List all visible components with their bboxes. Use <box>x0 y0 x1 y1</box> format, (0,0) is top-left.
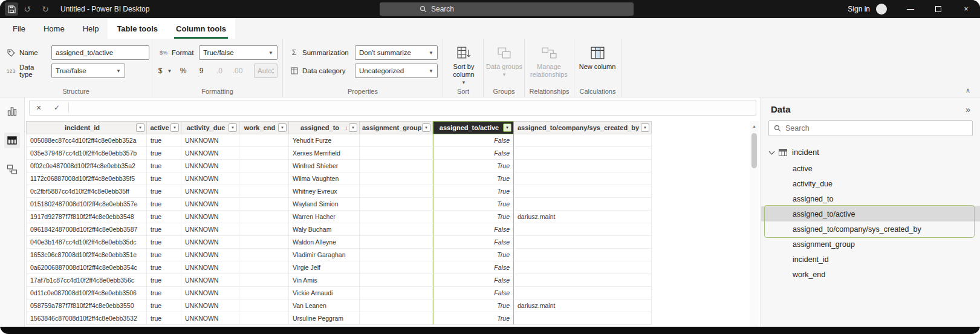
cell-assigned_to/company/sys_created_by[interactable] <box>514 312 652 325</box>
cell-assigned_to/active[interactable]: True <box>433 300 514 312</box>
cell-work_end[interactable] <box>239 287 289 300</box>
cell-assigned_to/active[interactable]: True <box>433 249 514 261</box>
column-header-activity_due[interactable]: activity_due▼ <box>181 121 239 134</box>
cell-work_end[interactable] <box>239 134 289 147</box>
cell-assigned_to[interactable]: Vickie Arnaudi <box>289 287 360 300</box>
cell-assignment_group[interactable] <box>360 147 433 160</box>
cell-assigned_to/active[interactable]: False <box>433 261 514 274</box>
cell-assigned_to/company/sys_created_by[interactable] <box>514 236 652 249</box>
cell-activity_due[interactable]: UNKNOWN <box>181 147 239 160</box>
cell-incident_id[interactable]: 040e3b1487cc4d10f2ff4c8e0ebb35dc <box>26 236 147 249</box>
cell-assigned_to[interactable]: Waly Bucham <box>289 223 360 236</box>
cell-assignment_group[interactable] <box>360 160 433 172</box>
cell-assigned_to/active[interactable]: True <box>433 211 514 223</box>
cell-assigned_to/active[interactable]: True <box>433 172 514 185</box>
cell-incident_id[interactable]: 1563846c87008d10f2ff4c8e0ebb3532 <box>26 312 147 325</box>
cancel-formula-button[interactable]: × <box>30 100 48 115</box>
cell-incident_id[interactable]: 1653c06c87008d10f2ff4c8e0ebb351e <box>26 249 147 261</box>
cell-assigned_to/active[interactable]: False <box>433 236 514 249</box>
cell-active[interactable]: true <box>147 300 181 312</box>
cell-work_end[interactable] <box>239 185 289 198</box>
cell-assigned_to[interactable]: Van Leanen <box>289 300 360 312</box>
cell-assigned_to[interactable]: Winfred Shieber <box>289 160 360 172</box>
field-assigned_to[interactable]: assigned_to <box>761 191 980 206</box>
cell-incident_id[interactable]: 0f02c0e487008d10f2ff4c8e0ebb35a2 <box>26 160 147 172</box>
cell-work_end[interactable] <box>239 198 289 211</box>
vertical-scrollbar[interactable]: ▲ <box>750 121 759 327</box>
cell-assignment_group[interactable] <box>360 300 433 312</box>
cell-active[interactable]: true <box>147 274 181 287</box>
cell-assignment_group[interactable] <box>360 261 433 274</box>
cell-work_end[interactable] <box>239 236 289 249</box>
cell-active[interactable]: true <box>147 236 181 249</box>
tab-column-tools[interactable]: Column tools <box>167 18 235 39</box>
cell-activity_due[interactable]: UNKNOWN <box>181 198 239 211</box>
cell-assignment_group[interactable] <box>360 185 433 198</box>
formula-input[interactable] <box>71 103 756 112</box>
cell-work_end[interactable] <box>239 312 289 325</box>
summarization-dropdown[interactable]: Don't summarize ▼ <box>355 45 438 60</box>
cell-work_end[interactable] <box>239 300 289 312</box>
cell-assigned_to/active[interactable]: False <box>433 147 514 160</box>
data-category-dropdown[interactable]: Uncategorized ▼ <box>355 64 438 78</box>
cell-activity_due[interactable]: UNKNOWN <box>181 160 239 172</box>
cell-assigned_to/company/sys_created_by[interactable] <box>514 198 652 211</box>
minimize-button[interactable]: — <box>897 0 924 18</box>
avatar[interactable] <box>876 4 887 15</box>
cell-assigned_to/active[interactable]: False <box>433 287 514 300</box>
cell-active[interactable]: true <box>147 312 181 325</box>
column-header-work_end[interactable]: work_end▼ <box>239 121 289 134</box>
cell-assigned_to[interactable]: Ursuline Peggram <box>289 312 360 325</box>
data-groups-button[interactable]: Data groups▼ <box>485 44 524 79</box>
close-button[interactable]: × <box>952 0 980 18</box>
collapse-ribbon-button[interactable]: ∧ <box>965 87 970 94</box>
cell-assigned_to/active[interactable]: False <box>433 274 514 287</box>
cell-active[interactable]: true <box>147 198 181 211</box>
cell-assigned_to/active[interactable]: True <box>433 198 514 211</box>
tab-file[interactable]: File <box>4 18 34 39</box>
sign-in-button[interactable]: Sign in <box>842 5 876 13</box>
decrease-decimal-button[interactable]: .0 <box>213 64 226 77</box>
cell-work_end[interactable] <box>239 211 289 223</box>
name-input[interactable] <box>51 45 149 60</box>
cell-assigned_to/company/sys_created_by[interactable] <box>514 287 652 300</box>
cell-assigned_to/active[interactable]: False <box>433 223 514 236</box>
field-search[interactable] <box>768 120 973 136</box>
cell-activity_due[interactable]: UNKNOWN <box>181 312 239 325</box>
filter-dropdown-assigned_to/company/sys_created_by[interactable]: ▼ <box>641 123 649 132</box>
cell-active[interactable]: true <box>147 261 181 274</box>
column-header-assigned_to/company/sys_created_by[interactable]: assigned_to/company/sys_created_by▼ <box>514 121 652 134</box>
cell-assignment_group[interactable] <box>360 198 433 211</box>
field-activity_due[interactable]: activity_due <box>761 176 980 191</box>
cell-activity_due[interactable]: UNKNOWN <box>181 185 239 198</box>
tab-table-tools[interactable]: Table tools <box>108 18 167 39</box>
scrollbar-thumb[interactable] <box>751 133 757 168</box>
sort-by-column-button[interactable]: Sort by column▼ <box>444 44 483 87</box>
cell-work_end[interactable] <box>239 274 289 287</box>
cell-activity_due[interactable]: UNKNOWN <box>181 274 239 287</box>
cell-assignment_group[interactable] <box>360 134 433 147</box>
cell-work_end[interactable] <box>239 223 289 236</box>
cell-assignment_group[interactable] <box>360 223 433 236</box>
cell-assigned_to/active[interactable]: False <box>433 134 514 147</box>
filter-dropdown-activity_due[interactable]: ▼ <box>229 123 237 132</box>
cell-assigned_to/company/sys_created_by[interactable] <box>514 249 652 261</box>
cell-active[interactable]: true <box>147 185 181 198</box>
cell-active[interactable]: true <box>147 211 181 223</box>
cell-assigned_to/company/sys_created_by[interactable] <box>514 134 652 147</box>
cell-assigned_to[interactable]: Vin Amis <box>289 274 360 287</box>
cell-incident_id[interactable]: 1917d92787f7f810f2ff4c8e0ebb3548 <box>26 211 147 223</box>
data-type-dropdown[interactable]: True/false ▼ <box>51 64 125 78</box>
cell-activity_due[interactable]: UNKNOWN <box>181 134 239 147</box>
cell-work_end[interactable] <box>239 160 289 172</box>
column-header-incident_id[interactable]: incident_id▼ <box>26 121 147 134</box>
cell-assignment_group[interactable] <box>360 172 433 185</box>
cell-assignment_group[interactable] <box>360 287 433 300</box>
cell-active[interactable]: true <box>147 172 181 185</box>
cell-assignment_group[interactable] <box>360 236 433 249</box>
cell-incident_id[interactable]: 1172c06887008d10f2ff4c8e0ebb35f5 <box>26 172 147 185</box>
cell-assignment_group[interactable] <box>360 249 433 261</box>
thousands-separator-button[interactable]: 9 <box>195 64 208 77</box>
cell-assigned_to/company/sys_created_by[interactable] <box>514 172 652 185</box>
cell-active[interactable]: true <box>147 287 181 300</box>
